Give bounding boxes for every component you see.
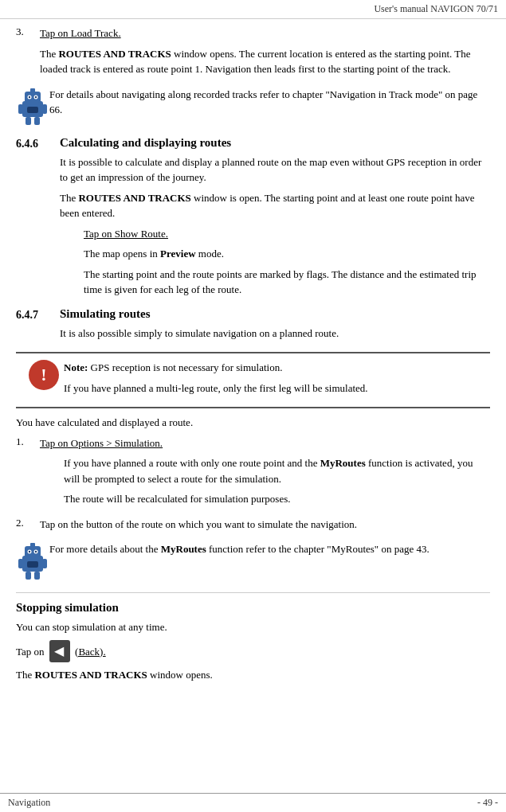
back-arrow-icon: ◀ — [54, 642, 64, 661]
robot-note-row: For details about navigating along recor… — [16, 87, 490, 131]
section-646-body: Calculating and displaying routes It is … — [60, 136, 490, 303]
sim-step-1-para1: If you have planned a route with only on… — [64, 455, 490, 486]
svg-rect-17 — [25, 546, 41, 557]
myroutes-note-text: For more details about the MyRoutes func… — [49, 541, 490, 586]
svg-rect-4 — [34, 117, 40, 125]
robot-icon-2 — [16, 541, 49, 583]
note-line2: If you have planned a multi-leg route, o… — [64, 381, 482, 396]
stopping-tap-back: Tap on ◀ (Back). — [16, 640, 490, 662]
section-646-indented: Tap on Show Route. The map opens in Prev… — [60, 226, 490, 298]
svg-point-22 — [35, 551, 37, 552]
section-647-body: Simulating routes It is also possible si… — [60, 307, 490, 346]
step-3-row: 3. Tap on Load Track. The ROUTES AND TRA… — [16, 25, 490, 82]
section-646-num: 6.4.6 — [16, 136, 60, 303]
footer-left: Navigation — [8, 797, 50, 809]
sim-step-1-indented: If you have planned a route with only on… — [40, 455, 490, 507]
step-3-para1: The ROUTES AND TRACKS window opens. The … — [40, 46, 490, 77]
step-3-link-para: Tap on Load Track. — [40, 25, 490, 41]
main-content: 3. Tap on Load Track. The ROUTES AND TRA… — [0, 19, 506, 693]
tap-show-route-link[interactable]: Tap on Show Route. — [84, 228, 168, 240]
page-footer: Navigation - 49 - — [0, 793, 506, 812]
tap-load-track-link[interactable]: Tap on Load Track. — [40, 27, 121, 39]
section-646-para1: It is possible to calculate and display … — [60, 154, 490, 185]
sim-step-1-body: Tap on Options > Simulation. If you have… — [40, 435, 490, 512]
stopping-result: The ROUTES AND TRACKS window opens. — [16, 667, 490, 683]
section-646-row: 6.4.6 Calculating and displaying routes … — [16, 136, 490, 303]
svg-rect-6 — [30, 88, 35, 92]
sim-step-1-para2: The route will be recalculated for simul… — [64, 491, 490, 507]
back-link[interactable]: (Back). — [75, 646, 106, 658]
sim-step-2-num: 2. — [16, 517, 40, 537]
section-647-row: 6.4.7 Simulating routes It is also possi… — [16, 307, 490, 346]
step-3-num: 3. — [16, 25, 40, 82]
svg-rect-14 — [42, 559, 47, 568]
sim-step-1-num: 1. — [16, 435, 40, 512]
note-icon-cell: ! — [24, 360, 64, 390]
svg-point-9 — [29, 96, 30, 97]
note-box: ! Note: GPS reception is not necessary f… — [16, 352, 490, 408]
robot-icon — [16, 87, 49, 128]
section-647-num: 6.4.7 — [16, 307, 60, 346]
note-content: Note: GPS reception is not necessary for… — [64, 360, 482, 400]
svg-rect-18 — [30, 543, 35, 547]
svg-rect-2 — [42, 104, 47, 114]
sim-step-2-body: Tap on the button of the route on which … — [40, 517, 490, 537]
myroutes-note-para: For more details about the MyRoutes func… — [49, 541, 490, 557]
simulation-prereq: You have calculated and displayed a rout… — [16, 415, 490, 431]
svg-point-21 — [29, 551, 30, 552]
footer-right: - 49 - — [477, 797, 498, 809]
section-646-flags: The starting point and the route points … — [84, 267, 490, 298]
sim-step-2-text: Tap on the button of the route on which … — [40, 517, 490, 533]
sim-step-1-row: 1. Tap on Options > Simulation. If you h… — [16, 435, 490, 512]
section-647-title: Simulating routes — [60, 307, 490, 321]
robot-note-text: For details about navigating along recor… — [49, 87, 490, 131]
note-line1: Note: GPS reception is not necessary for… — [64, 360, 482, 376]
stopping-para1: You can stop simulation at any time. — [16, 619, 490, 635]
svg-rect-16 — [34, 572, 40, 580]
step-3-body: Tap on Load Track. The ROUTES AND TRACKS… — [40, 25, 490, 82]
svg-rect-11 — [27, 107, 38, 113]
section-647-para1: It is also possible simply to simulate n… — [60, 326, 490, 342]
robot-icon-cell — [16, 87, 49, 131]
svg-rect-23 — [27, 561, 38, 568]
section-646-preview: The map opens in Preview mode. — [84, 246, 490, 262]
sim-step-1-link: Tap on Options > Simulation. — [40, 435, 490, 451]
robot-icon2-cell — [16, 541, 49, 586]
svg-rect-15 — [25, 572, 31, 580]
sim-step-2-row: 2. Tap on the button of the route on whi… — [16, 517, 490, 537]
svg-rect-1 — [18, 104, 23, 114]
robot-myroutes-row: For more details about the MyRoutes func… — [16, 541, 490, 586]
section-divider — [16, 592, 490, 593]
options-simulation-link[interactable]: Tap on Options > Simulation. — [40, 437, 163, 449]
back-button[interactable]: ◀ — [49, 640, 70, 662]
svg-rect-5 — [25, 92, 41, 103]
robot-note-para: For details about navigating along recor… — [49, 87, 490, 118]
svg-rect-13 — [18, 559, 23, 568]
stopping-title: Stopping simulation — [16, 601, 490, 615]
svg-rect-3 — [25, 117, 31, 125]
svg-point-10 — [35, 96, 37, 97]
section-646-para2: The ROUTES AND TRACKS window is open. Th… — [60, 190, 490, 221]
page-header: User's manual NAVIGON 70/71 — [0, 0, 506, 19]
header-text: User's manual NAVIGON 70/71 — [374, 3, 498, 14]
tap-show-route: Tap on Show Route. — [84, 226, 490, 242]
exclamation-icon: ! — [29, 360, 59, 390]
section-646-title: Calculating and displaying routes — [60, 136, 490, 150]
